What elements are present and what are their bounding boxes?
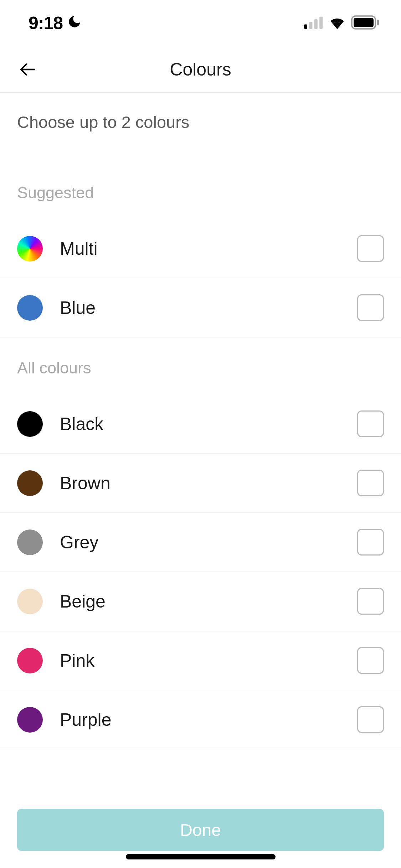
all-list: BlackBrownGreyBeigePinkPurple [0,394,401,749]
status-bar: 9:18 [0,0,401,46]
status-right [304,15,380,31]
color-checkbox[interactable] [357,706,384,733]
color-checkbox[interactable] [357,235,384,262]
color-checkbox[interactable] [357,294,384,321]
svg-rect-1 [309,22,312,29]
color-label: Black [60,414,357,434]
page-title: Colours [0,59,401,80]
svg-rect-6 [377,20,379,25]
color-swatch [17,295,43,321]
color-swatch [17,707,43,733]
battery-icon [351,15,380,31]
home-indicator[interactable] [126,854,276,859]
moon-icon [67,13,82,33]
color-label: Grey [60,532,357,553]
status-time: 9:18 [29,13,63,33]
svg-rect-5 [354,18,374,27]
wifi-icon [328,16,346,31]
color-swatch [17,529,43,555]
color-checkbox[interactable] [357,410,384,437]
color-swatch [17,589,43,614]
color-swatch [17,648,43,673]
signal-icon [304,16,323,31]
section-label-suggested: Suggested [0,132,401,219]
color-label: Pink [60,650,357,671]
color-row[interactable]: Pink [0,631,401,690]
suggested-list: MultiBlue [0,219,401,337]
color-row[interactable]: Black [0,394,401,454]
section-label-all: All colours [0,337,401,394]
color-checkbox[interactable] [357,529,384,556]
color-swatch [17,236,43,262]
color-label: Multi [60,238,357,259]
done-button[interactable]: Done [17,809,384,851]
svg-rect-2 [314,19,318,29]
color-label: Beige [60,591,357,612]
color-row[interactable]: Beige [0,572,401,631]
svg-rect-3 [319,17,323,29]
color-row[interactable]: Brown [0,454,401,513]
color-checkbox[interactable] [357,647,384,674]
color-row[interactable]: Multi [0,219,401,278]
color-row[interactable]: Blue [0,278,401,337]
color-label: Blue [60,298,357,318]
page-header: Colours [0,46,401,93]
color-swatch [17,470,43,496]
color-swatch [17,411,43,437]
color-row[interactable]: Grey [0,513,401,572]
color-row[interactable]: Purple [0,690,401,749]
color-label: Purple [60,709,357,730]
color-checkbox[interactable] [357,588,384,615]
color-checkbox[interactable] [357,470,384,496]
arrow-left-icon [19,61,37,78]
color-label: Brown [60,473,357,494]
back-button[interactable] [17,59,38,80]
status-left: 9:18 [29,13,82,33]
content-scroll[interactable]: Choose up to 2 colours Suggested MultiBl… [0,93,401,790]
instruction-text: Choose up to 2 colours [0,93,401,132]
svg-rect-0 [304,24,307,29]
